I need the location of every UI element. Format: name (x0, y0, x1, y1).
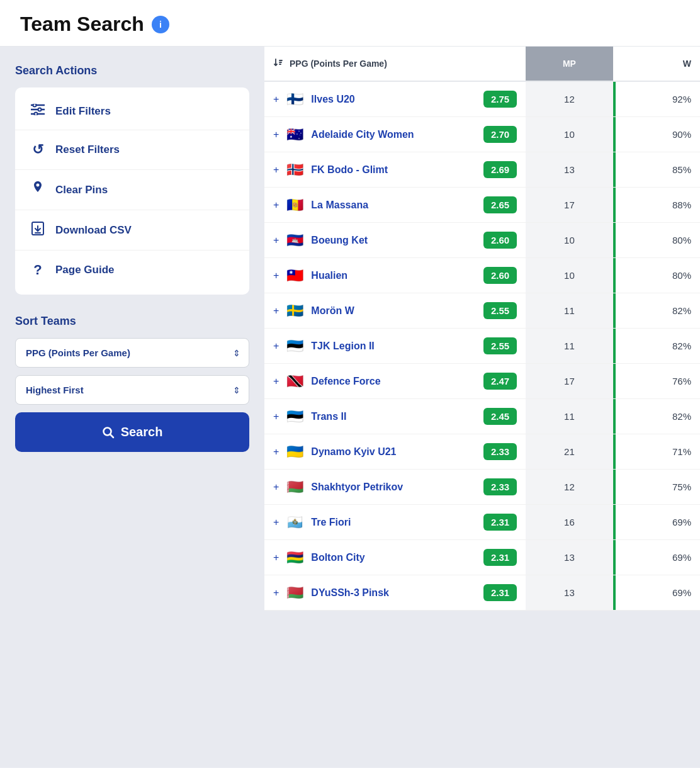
team-add-icon-11[interactable]: + (273, 482, 279, 493)
sort-direction-select[interactable]: Highest First (15, 375, 249, 405)
team-name-2[interactable]: FK Bodo - Glimt (311, 164, 476, 176)
sort-field-select[interactable]: PPG (Points Per Game) (15, 338, 249, 368)
team-name-11[interactable]: Shakhtyor Petrikov (311, 482, 476, 493)
mp-cell-7: 11 (526, 329, 612, 364)
team-name-12[interactable]: Tre Fiori (311, 517, 476, 528)
sort-section: Sort Teams PPG (Points Per Game) Highest… (15, 315, 249, 452)
team-add-icon-1[interactable]: + (273, 129, 279, 140)
team-name-13[interactable]: Bolton City (311, 552, 476, 563)
filter-icon (30, 104, 45, 118)
w-bar-3 (613, 188, 616, 222)
table-row: + 🇲🇺 Bolton City 2.31 13 69% (264, 540, 700, 575)
team-name-5[interactable]: Hualien (311, 270, 476, 281)
search-button-label: Search (121, 425, 163, 439)
team-flag-3: 🇦🇩 (286, 197, 303, 213)
clear-pins-button[interactable]: Clear Pins (15, 170, 249, 210)
col-header-w[interactable]: W (613, 47, 700, 81)
team-add-icon-8[interactable]: + (273, 376, 279, 387)
team-name-8[interactable]: Defence Force (311, 376, 476, 387)
team-flag-10: 🇺🇦 (286, 444, 303, 460)
team-name-0[interactable]: Ilves U20 (311, 94, 476, 105)
search-icon (102, 426, 115, 439)
w-bar-11 (613, 470, 616, 504)
team-add-icon-9[interactable]: + (273, 411, 279, 422)
ppg-badge-0: 2.75 (483, 91, 517, 108)
team-add-icon-6[interactable]: + (273, 305, 279, 317)
team-cell-13: + 🇲🇺 Bolton City 2.31 (264, 540, 526, 575)
ppg-badge-11: 2.33 (483, 478, 517, 495)
w-bar-0 (613, 82, 616, 116)
ppg-badge-10: 2.33 (483, 443, 517, 460)
sort-icon (273, 57, 285, 70)
team-flag-5: 🇹🇼 (286, 268, 303, 284)
table-row: + 🇳🇴 FK Bodo - Glimt 2.69 13 85% (264, 152, 700, 188)
team-name-3[interactable]: La Massana (311, 200, 476, 211)
w-cell-0: 92% (613, 81, 700, 117)
team-name-1[interactable]: Adelaide City Women (311, 129, 476, 140)
page-guide-button[interactable]: ? Page Guide (15, 251, 249, 290)
reset-icon: ↺ (30, 142, 45, 158)
search-button[interactable]: Search (15, 412, 249, 452)
col-header-mp[interactable]: MP (526, 47, 612, 81)
reset-filters-label: Reset Filters (55, 144, 120, 156)
team-flag-14: 🇧🇾 (286, 585, 303, 601)
mp-cell-10: 21 (526, 434, 612, 470)
team-cell-0: + 🇫🇮 Ilves U20 2.75 (264, 81, 526, 117)
mp-cell-5: 10 (526, 258, 612, 293)
table-row: + 🇧🇾 Shakhtyor Petrikov 2.33 12 75% (264, 470, 700, 505)
team-cell-1: + 🇦🇺 Adelaide City Women 2.70 (264, 117, 526, 152)
team-name-10[interactable]: Dynamo Kyiv U21 (311, 446, 476, 458)
page-guide-label: Page Guide (55, 264, 115, 276)
svg-line-10 (110, 434, 113, 437)
svg-point-4 (38, 108, 42, 111)
info-icon[interactable]: i (152, 16, 169, 33)
team-add-icon-13[interactable]: + (273, 552, 279, 563)
team-flag-9: 🇪🇪 (286, 409, 303, 425)
team-name-6[interactable]: Morön W (311, 305, 476, 317)
team-name-14[interactable]: DYuSSh-3 Pinsk (311, 587, 476, 599)
w-cell-11: 75% (613, 470, 700, 505)
table-row: + 🇪🇪 Trans II 2.45 11 82% (264, 399, 700, 434)
team-name-9[interactable]: Trans II (311, 411, 476, 422)
team-cell-6: + 🇸🇪 Morön W 2.55 (264, 293, 526, 329)
sidebar: Search Actions Edit Filters (0, 47, 264, 768)
team-add-icon-0[interactable]: + (273, 94, 279, 105)
mp-cell-8: 17 (526, 364, 612, 399)
page-title: Team Search (20, 13, 144, 36)
team-add-icon-5[interactable]: + (273, 270, 279, 281)
team-add-icon-3[interactable]: + (273, 200, 279, 211)
table-row: + 🇰🇭 Boeung Ket 2.60 10 80% (264, 223, 700, 258)
team-cell-8: + 🇹🇹 Defence Force 2.47 (264, 364, 526, 399)
mp-cell-3: 17 (526, 188, 612, 223)
team-add-icon-14[interactable]: + (273, 587, 279, 599)
col-header-ppg[interactable]: PPG (Points Per Game) (264, 47, 526, 81)
download-csv-button[interactable]: Download CSV (15, 210, 249, 251)
mp-cell-14: 13 (526, 575, 612, 611)
mp-cell-11: 12 (526, 470, 612, 505)
team-flag-13: 🇲🇺 (286, 550, 303, 566)
team-flag-7: 🇪🇪 (286, 338, 303, 354)
reset-filters-button[interactable]: ↺ Reset Filters (15, 130, 249, 170)
table-row: + 🇺🇦 Dynamo Kyiv U21 2.33 21 71% (264, 434, 700, 470)
ppg-badge-7: 2.55 (483, 337, 517, 354)
mp-cell-6: 11 (526, 293, 612, 329)
team-cell-2: + 🇳🇴 FK Bodo - Glimt 2.69 (264, 152, 526, 188)
team-add-icon-10[interactable]: + (273, 446, 279, 458)
team-add-icon-7[interactable]: + (273, 341, 279, 352)
search-actions-title: Search Actions (15, 64, 249, 77)
pin-icon (30, 181, 45, 198)
edit-filters-button[interactable]: Edit Filters (15, 93, 249, 130)
team-name-4[interactable]: Boeung Ket (311, 235, 476, 246)
team-name-7[interactable]: TJK Legion II (311, 341, 476, 352)
ppg-badge-1: 2.70 (483, 126, 517, 143)
mp-cell-2: 13 (526, 152, 612, 188)
table-row: + 🇦🇩 La Massana 2.65 17 88% (264, 188, 700, 223)
ppg-badge-9: 2.45 (483, 408, 517, 425)
question-icon: ? (30, 262, 45, 278)
team-add-icon-2[interactable]: + (273, 164, 279, 176)
mp-cell-4: 10 (526, 223, 612, 258)
team-add-icon-4[interactable]: + (273, 235, 279, 246)
mp-cell-9: 11 (526, 399, 612, 434)
team-add-icon-12[interactable]: + (273, 517, 279, 528)
ppg-badge-14: 2.31 (483, 584, 517, 601)
